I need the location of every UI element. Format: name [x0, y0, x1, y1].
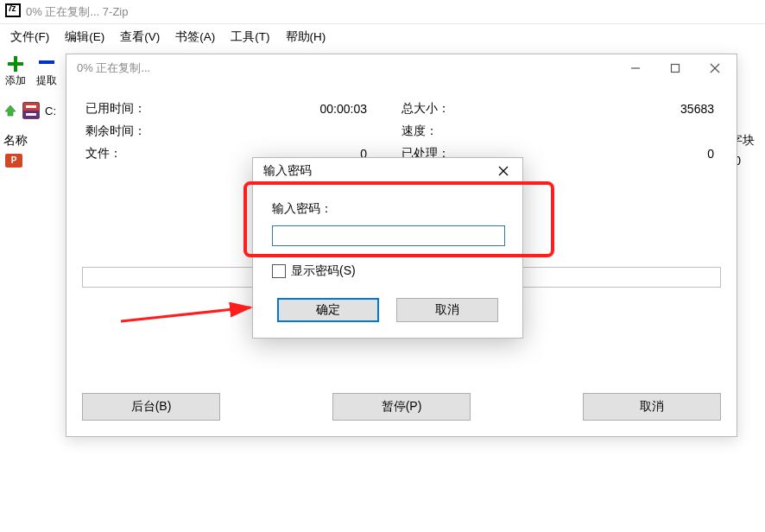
- menu-file[interactable]: 文件(F): [3, 26, 56, 48]
- background-button[interactable]: 后台(B): [82, 393, 220, 421]
- svg-marker-0: [5, 105, 16, 116]
- menu-view[interactable]: 查看(V): [113, 26, 167, 48]
- password-title: 输入密码: [263, 163, 312, 179]
- menu-help[interactable]: 帮助(H): [279, 26, 333, 48]
- progress-title: 0% 正在复制...: [77, 60, 150, 76]
- password-close-button[interactable]: [490, 159, 517, 183]
- elapsed-label: 已用时间：: [85, 101, 320, 117]
- elapsed-value: 00:00:03: [320, 102, 402, 116]
- column-header-name[interactable]: 名称: [3, 133, 28, 149]
- remaining-label: 剩余时间：: [85, 124, 367, 139]
- progress-titlebar: 0% 正在复制...: [66, 54, 737, 82]
- toolbar-extract-label: 提取: [31, 73, 62, 88]
- cancel-button[interactable]: 取消: [583, 393, 721, 421]
- toolbar-extract[interactable]: 提取: [31, 54, 62, 88]
- total-label: 总大小：: [401, 101, 680, 117]
- toolbar-add-label: 添加: [0, 73, 31, 88]
- plus-icon: [8, 56, 23, 72]
- password-label: 输入密码：: [272, 201, 503, 217]
- ppt-file-icon[interactable]: P: [5, 154, 22, 168]
- password-titlebar: 输入密码: [253, 158, 522, 184]
- pause-button[interactable]: 暂停(P): [332, 393, 471, 421]
- maximize-button[interactable]: [655, 55, 695, 81]
- password-dialog: 输入密码 输入密码： 显示密码(S) 确定 取消: [252, 157, 523, 339]
- menu-tools[interactable]: 工具(T): [224, 26, 276, 48]
- processed-value: 0: [707, 147, 718, 161]
- up-folder-icon[interactable]: [3, 104, 17, 117]
- main-window-titlebar: 0% 正在复制... 7-Zip: [0, 0, 765, 24]
- password-ok-button[interactable]: 确定: [277, 298, 379, 322]
- progress-body: 已用时间： 00:00:03 剩余时间： 文件： 0 总大小： 35683: [66, 82, 737, 165]
- main-window-title: 0% 正在复制... 7-Zip: [26, 4, 128, 20]
- menubar: 文件(F) 编辑(E) 查看(V) 书签(A) 工具(T) 帮助(H): [0, 24, 765, 50]
- toolbar-add[interactable]: 添加: [0, 54, 31, 88]
- address-bar: C:: [3, 102, 56, 119]
- svg-rect-2: [672, 65, 680, 73]
- minus-icon: [39, 60, 54, 64]
- minimize-button[interactable]: [616, 55, 655, 81]
- archive-icon: [22, 102, 40, 119]
- show-password-checkbox[interactable]: [272, 264, 286, 278]
- password-input[interactable]: [272, 225, 505, 246]
- progress-buttons: 后台(B) 暂停(P) 取消: [82, 393, 721, 421]
- speed-label: 速度：: [401, 124, 714, 139]
- address-path[interactable]: C:: [45, 104, 56, 117]
- close-button[interactable]: [695, 55, 735, 81]
- total-value: 35683: [680, 102, 718, 116]
- app-icon: [5, 3, 21, 20]
- menu-bookmarks[interactable]: 书签(A): [168, 26, 222, 48]
- menu-edit[interactable]: 编辑(E): [58, 26, 111, 48]
- password-cancel-button[interactable]: 取消: [396, 298, 498, 322]
- show-password-label[interactable]: 显示密码(S): [291, 263, 356, 279]
